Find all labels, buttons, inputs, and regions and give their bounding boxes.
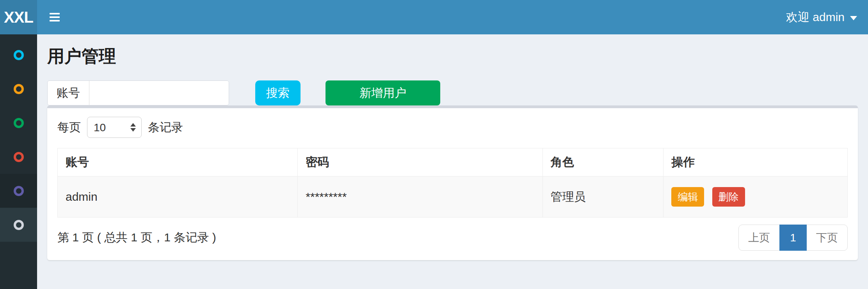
- hamburger-icon: [50, 13, 60, 14]
- sidebar-item-6[interactable]: [0, 208, 37, 242]
- column-header-password: 密码: [298, 148, 542, 177]
- page-size-suffix-label: 条记录: [148, 120, 183, 136]
- welcome-label: 欢迎 admin: [786, 9, 845, 25]
- caret-down-icon: [850, 16, 857, 20]
- sidebar: [0, 34, 37, 289]
- user-menu[interactable]: 欢迎 admin: [775, 0, 868, 34]
- pagination-summary: 第 1 页 ( 总共 1 页，1 条记录 ): [57, 230, 216, 246]
- top-navbar: XXL 欢迎 admin: [0, 0, 868, 34]
- app-logo: XXL: [0, 0, 37, 34]
- circle-outline-icon: [14, 220, 24, 230]
- pagination-next-button[interactable]: 下页: [806, 225, 848, 251]
- user-table: 账号 密码 角色 操作 admin ********* 管理员 编辑 删除: [57, 148, 848, 218]
- search-button[interactable]: 搜索: [255, 80, 301, 105]
- cell-account: admin: [58, 177, 298, 218]
- table-footer: 第 1 页 ( 总共 1 页，1 条记录 ) 上页 1 下页: [57, 225, 848, 251]
- sidebar-item-2[interactable]: [0, 72, 37, 106]
- circle-outline-icon: [14, 118, 24, 128]
- sidebar-item-1[interactable]: [0, 38, 37, 72]
- circle-outline-icon: [14, 186, 24, 196]
- page-size-row: 每页 10 条记录: [57, 117, 848, 138]
- circle-outline-icon: [14, 50, 24, 60]
- delete-button[interactable]: 删除: [712, 187, 745, 207]
- sidebar-toggle-button[interactable]: [48, 11, 61, 24]
- cell-actions: 编辑 删除: [663, 177, 848, 218]
- account-input-group: 账号: [47, 80, 229, 105]
- cell-password: *********: [298, 177, 542, 218]
- sidebar-item-3[interactable]: [0, 106, 37, 140]
- hamburger-icon: [50, 20, 60, 21]
- table-header-row: 账号 密码 角色 操作: [58, 148, 848, 177]
- column-header-role: 角色: [542, 148, 663, 177]
- sidebar-item-4[interactable]: [0, 140, 37, 174]
- table-row: admin ********* 管理员 编辑 删除: [58, 177, 848, 218]
- circle-outline-icon: [14, 84, 24, 94]
- circle-outline-icon: [14, 152, 24, 162]
- page-size-select[interactable]: 10: [87, 117, 142, 138]
- page-size-select-wrap: 10: [87, 117, 142, 138]
- page-title: 用户管理: [47, 46, 858, 66]
- page-size-prefix-label: 每页: [57, 120, 81, 136]
- pagination-prev-button[interactable]: 上页: [738, 225, 780, 251]
- main-content: 用户管理 账号 搜索 新增用户 每页 10 条记录: [37, 34, 868, 289]
- user-list-panel: 每页 10 条记录 账号 密码 角色 操作: [47, 105, 858, 260]
- cell-role: 管理员: [542, 177, 663, 218]
- sidebar-item-5-active[interactable]: [0, 174, 37, 208]
- search-toolbar: 账号 搜索 新增用户: [47, 80, 858, 105]
- column-header-actions: 操作: [663, 148, 848, 177]
- pagination: 上页 1 下页: [738, 225, 848, 251]
- account-field-label: 账号: [48, 81, 89, 105]
- column-header-account: 账号: [58, 148, 298, 177]
- pagination-page-1-active[interactable]: 1: [779, 225, 807, 251]
- hamburger-icon: [50, 16, 60, 18]
- edit-button[interactable]: 编辑: [671, 187, 704, 207]
- add-user-button[interactable]: 新增用户: [326, 80, 440, 105]
- account-input[interactable]: [89, 81, 229, 105]
